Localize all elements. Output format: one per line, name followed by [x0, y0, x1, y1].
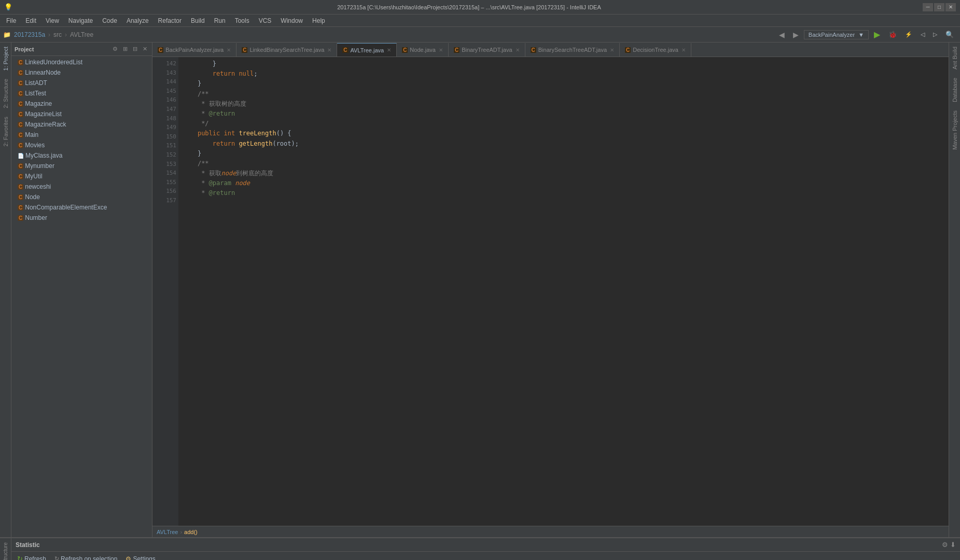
- close-btn[interactable]: ✕: [945, 3, 956, 11]
- sidebar-panel-favorites[interactable]: 2: Favorites: [2, 113, 10, 150]
- tab-DecisionTree[interactable]: C DecisionTree.java ✕: [620, 43, 691, 57]
- tab-close-LinkedBinarySearchTree[interactable]: ✕: [327, 47, 331, 53]
- search-everywhere[interactable]: 🔍: [942, 30, 957, 39]
- refresh-icon: ↻: [17, 555, 23, 560]
- right-panel-database[interactable]: Database: [951, 74, 959, 106]
- tree-item-LinnearNode[interactable]: C LinnearNode: [11, 67, 152, 78]
- menu-help[interactable]: Help: [308, 16, 329, 25]
- settings-btn[interactable]: ⚙ Settings: [123, 554, 158, 561]
- tab-icon: C: [454, 47, 460, 53]
- class-icon: C: [18, 80, 23, 86]
- tab-icon: C: [342, 47, 348, 53]
- nav-prev-change[interactable]: ◁: [917, 30, 928, 39]
- project-tree: C LinkedUnorderedList C LinnearNode C Li…: [11, 56, 152, 537]
- tree-item-MyClass[interactable]: 📄 MyClass.java: [11, 150, 152, 161]
- tab-close-Node[interactable]: ✕: [439, 47, 443, 53]
- class-icon: C: [18, 174, 23, 179]
- menu-vcs[interactable]: VCS: [255, 16, 276, 25]
- menu-view[interactable]: View: [41, 16, 63, 25]
- tree-item-MagazineList[interactable]: C MagazineList: [11, 109, 152, 119]
- settings-icon: ⚙: [126, 555, 131, 561]
- breadcrumb-sep: ›: [180, 529, 182, 535]
- menu-edit[interactable]: Edit: [21, 16, 40, 25]
- menu-build[interactable]: Build: [187, 16, 209, 25]
- tab-close-BackPainAnalyzer[interactable]: ✕: [227, 47, 231, 53]
- code-line-155: * 获取node到树底的高度: [183, 169, 944, 178]
- class-icon: C: [18, 60, 23, 65]
- tree-item-Mynumber[interactable]: C Mynumber: [11, 161, 152, 171]
- breadcrumb-avltree[interactable]: AVLTree: [157, 529, 178, 535]
- refresh-btn[interactable]: ↻ Refresh: [15, 554, 49, 560]
- tree-item-MyUtil[interactable]: C MyUtil: [11, 171, 152, 181]
- tab-close-DecisionTree[interactable]: ✕: [681, 47, 686, 53]
- code-line-154: /**: [183, 159, 944, 169]
- editor-area: C BackPainAnalyzer.java ✕ C LinkedBinary…: [152, 43, 949, 537]
- tab-close-BinaryTreeADT[interactable]: ✕: [516, 47, 520, 53]
- project-collapse-btn[interactable]: ⊟: [131, 45, 139, 53]
- tree-item-Movies[interactable]: C Movies: [11, 140, 152, 150]
- tree-item-Node[interactable]: C Node: [11, 192, 152, 202]
- toolbar: 📁 20172315a › src › AVLTree ◀ ▶ BackPain…: [0, 27, 960, 43]
- tab-Node[interactable]: C Node.java ✕: [397, 43, 449, 57]
- class-icon: C: [18, 132, 23, 138]
- menu-tools[interactable]: Tools: [231, 16, 254, 25]
- tab-BinaryTreeADT[interactable]: C BinaryTreeADT.java ✕: [449, 43, 525, 57]
- statistic-gear-btn[interactable]: ⚙: [942, 541, 948, 549]
- nav-back-btn[interactable]: ◀: [776, 30, 788, 40]
- left-side-panels: 1: Project 2: Structure 2: Favorites: [0, 43, 11, 537]
- project-settings-btn[interactable]: ⚙: [111, 45, 119, 53]
- code-line-157: * @return: [183, 188, 944, 198]
- code-line-142: }: [183, 59, 944, 69]
- tree-item-LinkedUnorderedList[interactable]: C LinkedUnorderedList: [11, 57, 152, 67]
- refresh-label: Refresh: [24, 555, 46, 561]
- menu-navigate[interactable]: Navigate: [64, 16, 97, 25]
- project-close-btn[interactable]: ✕: [141, 45, 149, 53]
- breadcrumb-add[interactable]: add(): [184, 529, 198, 535]
- tree-item-MagazineRack[interactable]: C MagazineRack: [11, 119, 152, 130]
- tab-close-AVLTree[interactable]: ✕: [387, 47, 391, 53]
- statistic-header: Statistic ⚙ ⬇: [11, 538, 960, 552]
- tree-item-Number[interactable]: C Number: [11, 213, 152, 223]
- tab-LinkedBinarySearchTree[interactable]: C LinkedBinarySearchTree.java ✕: [236, 43, 337, 57]
- tree-item-Main[interactable]: C Main: [11, 130, 152, 140]
- debug-btn[interactable]: 🐞: [885, 30, 900, 39]
- run-config-selector[interactable]: BackPainAnalyzer ▼: [804, 30, 869, 39]
- code-breadcrumb: AVLTree › add(): [152, 526, 949, 537]
- menu-analyze[interactable]: Analyze: [122, 16, 153, 25]
- maximize-btn[interactable]: □: [934, 3, 944, 11]
- bottom-side-label-z-structure[interactable]: Z: Structure: [2, 538, 9, 560]
- code-editor[interactable]: 142 143 144 145 146 147 148 149 150 151 …: [152, 57, 949, 526]
- tree-item-Magazine[interactable]: C Magazine: [11, 99, 152, 109]
- menu-refactor[interactable]: Refactor: [154, 16, 186, 25]
- menu-file[interactable]: File: [2, 16, 20, 25]
- sidebar-panel-project[interactable]: 1: Project: [2, 43, 10, 75]
- nav-next-change[interactable]: ▷: [930, 30, 940, 39]
- class-icon: C: [18, 111, 23, 117]
- tree-item-ListADT[interactable]: C ListADT: [11, 78, 152, 88]
- refresh-selection-btn[interactable]: ↻ Refresh on selection: [52, 554, 120, 561]
- tree-item-NonComparable[interactable]: C NonComparableElementExce: [11, 202, 152, 213]
- tab-BackPainAnalyzer[interactable]: C BackPainAnalyzer.java ✕: [152, 43, 236, 57]
- right-panel-ant-build[interactable]: Ant Build: [951, 43, 959, 74]
- menu-window[interactable]: Window: [276, 16, 307, 25]
- class-icon: C: [18, 163, 23, 169]
- menu-code[interactable]: Code: [98, 16, 121, 25]
- menubar: File Edit View Navigate Code Analyze Ref…: [0, 15, 960, 27]
- tab-close-BinarySearchTreeADT[interactable]: ✕: [610, 47, 614, 53]
- tree-item-ListTest[interactable]: C ListTest: [11, 88, 152, 99]
- project-panel-header: Project ⚙ ⊞ ⊟ ✕: [11, 43, 152, 56]
- run-btn[interactable]: ▶: [871, 29, 883, 40]
- code-content[interactable]: } return null; } /** * 获取树的高度 * @return …: [178, 57, 949, 526]
- tab-BinarySearchTreeADT[interactable]: C BinarySearchTreeADT.java ✕: [525, 43, 620, 57]
- right-panel-maven[interactable]: Maven Projects: [951, 106, 959, 154]
- menu-run[interactable]: Run: [210, 16, 230, 25]
- tab-AVLTree[interactable]: C AVLTree.java ✕: [337, 43, 397, 57]
- minimize-btn[interactable]: ─: [923, 3, 933, 11]
- coverage-btn[interactable]: ⚡: [902, 30, 915, 39]
- refresh-selection-label: Refresh on selection: [61, 555, 117, 561]
- project-expand-btn[interactable]: ⊞: [121, 45, 129, 53]
- statistic-download-btn[interactable]: ⬇: [950, 541, 956, 549]
- sidebar-panel-structure[interactable]: 2: Structure: [2, 75, 10, 113]
- nav-forward-btn[interactable]: ▶: [790, 30, 802, 40]
- tree-item-newceshi[interactable]: C newceshi: [11, 181, 152, 192]
